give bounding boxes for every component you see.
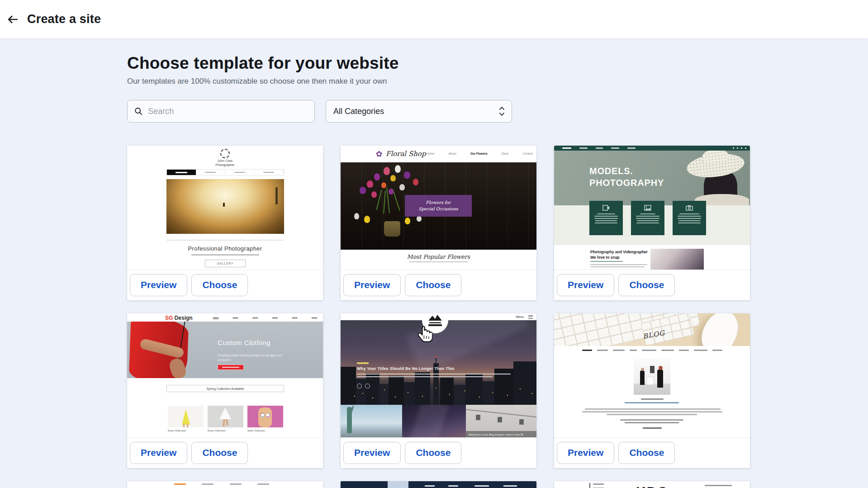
text-line	[625, 422, 679, 423]
thumb-nav: ▬▬ ▬▬ ▬▬ ▬▬ ▬▬ ▬▬	[213, 316, 317, 319]
aperture-logo-icon	[220, 149, 230, 158]
template-thumbnail-floral: ✿ Floral Shop Home About Our Flowers Sto…	[341, 146, 536, 270]
hero-cta-button	[218, 365, 244, 370]
thumb-hero-title: Why Your Titles Should Be No Longer Than…	[357, 366, 511, 371]
preview-button[interactable]: Preview	[130, 442, 187, 464]
choose-button[interactable]: Choose	[405, 274, 461, 296]
slider-next-button	[365, 384, 370, 389]
torso	[258, 407, 272, 427]
text-line	[594, 216, 618, 217]
camera-icon	[686, 205, 693, 211]
template-thumbnail-partial: KDC	[554, 481, 750, 488]
template-thumbnail-sg-design: SG Design ▬▬ ▬▬ ▬▬ ▬▬ ▬▬ ▬▬ Custom Cloth…	[127, 313, 323, 438]
choose-button[interactable]: Choose	[405, 442, 461, 464]
salon-chair	[646, 377, 654, 385]
text-line	[595, 223, 617, 223]
thumb-nav-item	[225, 170, 255, 175]
choose-button[interactable]: Choose	[191, 442, 248, 464]
mouse-cursor-pointer	[418, 326, 432, 345]
filter-controls: All Categories	[127, 100, 750, 123]
template-card-partial-1[interactable]	[127, 481, 323, 488]
text-line	[641, 398, 664, 400]
lift-chair	[476, 415, 480, 420]
mirror	[650, 366, 655, 373]
strip-caption: Welcome to Our Blog Feature. Here's How …	[466, 431, 536, 438]
thumb-nav-item: Our Flowers	[470, 152, 488, 155]
thumb-heading: Photography and Videographer	[590, 250, 648, 254]
thumb-nav-item	[694, 350, 707, 351]
text-line	[620, 419, 683, 421]
template-card-partial-kdc[interactable]: KDC	[554, 481, 750, 488]
stem	[383, 190, 386, 214]
preview-button[interactable]: Preview	[130, 274, 187, 296]
template-card-floral-shop[interactable]: ✿ Floral Shop Home About Our Flowers Sto…	[341, 146, 536, 300]
thumb-hero-title: MODELS. PHOTOGRAPHY	[589, 165, 664, 189]
tulip	[413, 179, 418, 185]
slider-prev-button	[357, 384, 362, 389]
text-line	[590, 266, 645, 267]
template-thumbnail-blog: BLOG	[554, 313, 750, 438]
text-line	[678, 220, 700, 221]
thumb-nav-item	[679, 350, 689, 351]
tulip	[367, 180, 373, 188]
tulip	[389, 189, 394, 194]
text-line	[625, 402, 679, 403]
text-line	[678, 223, 701, 223]
search-input[interactable]	[148, 107, 308, 116]
preview-button[interactable]: Preview	[557, 442, 614, 464]
building	[465, 374, 483, 405]
thumb-heading: Professional Photographer	[127, 245, 323, 252]
choose-button[interactable]: Choose	[191, 274, 248, 296]
building	[366, 373, 379, 405]
text-line	[191, 254, 259, 256]
social-icon	[745, 147, 746, 149]
card-actions: Preview Choose	[127, 438, 323, 468]
template-card-blog[interactable]: BLOG	[554, 313, 750, 468]
thumb-hero-title: Custom Clothing	[218, 339, 270, 346]
building	[389, 376, 404, 405]
preview-button[interactable]: Preview	[557, 274, 614, 296]
thumb-nav-item	[562, 147, 571, 149]
building	[440, 378, 454, 405]
template-thumbnail-models: MODELS. PHOTOGRAPHY	[554, 146, 750, 270]
choose-button[interactable]: Choose	[618, 274, 675, 296]
thumb-nav-item	[596, 147, 603, 149]
preview-button[interactable]: Preview	[343, 442, 401, 464]
back-button[interactable]	[3, 9, 23, 29]
banner-line: Flowers for	[426, 199, 451, 206]
section-heading: Choose template for your website	[127, 54, 750, 73]
menu-label: Menu	[516, 315, 524, 318]
bikini-cup	[266, 413, 270, 417]
salon-photo	[634, 359, 670, 395]
hero-banner: Flowers for Special Occasions	[405, 195, 472, 217]
choose-button[interactable]: Choose	[618, 442, 675, 464]
thumb-nav-item	[257, 483, 269, 485]
template-card-partial-2[interactable]	[341, 481, 536, 488]
silhouette-figure	[223, 203, 225, 207]
hero-kicker	[357, 362, 369, 364]
text-line	[590, 261, 623, 262]
thumb-nav	[554, 146, 750, 151]
thumb-nav-item: Store	[502, 152, 509, 155]
thumb-nav-item	[174, 483, 186, 485]
template-card-travel-blog[interactable]: Menu	[341, 313, 536, 468]
template-thumbnail-travel: Menu	[341, 313, 536, 438]
template-card-photographer[interactable]: John Clark Photographer Professional Pho…	[127, 146, 323, 300]
template-card-models-photography[interactable]: MODELS. PHOTOGRAPHY	[554, 146, 750, 300]
template-card-sg-design[interactable]: SG Design ▬▬ ▬▬ ▬▬ ▬▬ ▬▬ ▬▬ Custom Cloth…	[127, 313, 323, 468]
antenna-light	[435, 356, 437, 358]
brand-rest: Design	[173, 315, 192, 321]
text-line	[607, 414, 697, 415]
thumb-nav-item	[167, 170, 196, 175]
search-icon	[134, 106, 143, 116]
hero-title-line: PHOTOGRAPHY	[589, 177, 664, 189]
preview-button[interactable]: Preview	[343, 274, 401, 296]
tulip	[399, 184, 405, 190]
thumb-nav-item	[627, 147, 636, 149]
thumb-nav-item	[661, 350, 674, 351]
thumb-nav-item	[611, 147, 619, 149]
thumb-nav-item	[196, 170, 226, 175]
person-figure	[640, 370, 645, 385]
category-select[interactable]: All Categories	[326, 100, 512, 123]
search-box[interactable]	[127, 100, 315, 123]
